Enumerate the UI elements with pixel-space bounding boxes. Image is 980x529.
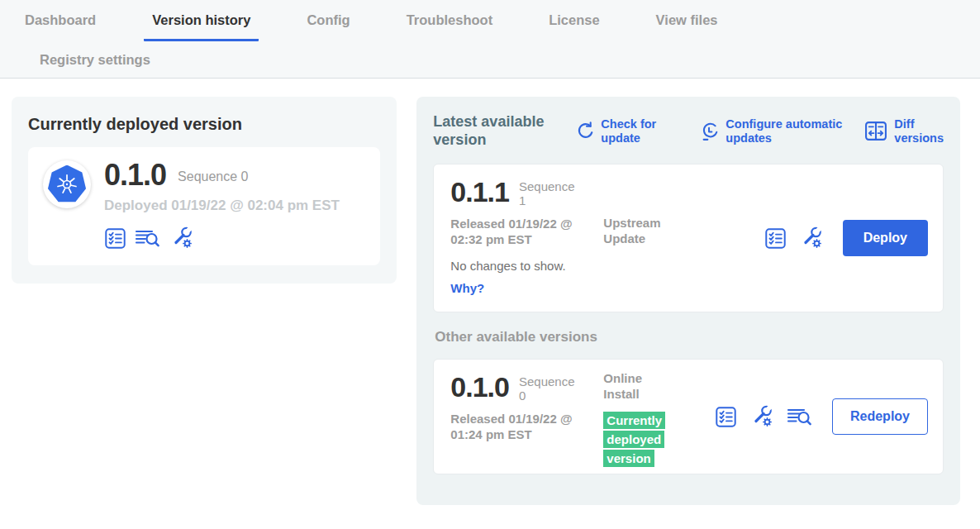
latest-sequence-label: Sequence 1 xyxy=(519,178,578,208)
deployed-version-number: 0.1.0 xyxy=(104,160,166,190)
configure-automatic-updates-label: Configure automatic updates xyxy=(725,117,864,145)
edit-config-icon[interactable] xyxy=(749,404,774,429)
scheduled-update-icon xyxy=(700,122,719,141)
deployed-actions xyxy=(104,226,340,250)
configure-automatic-updates-link[interactable]: Configure automatic updates xyxy=(700,117,864,145)
deploy-logs-icon[interactable] xyxy=(135,227,161,249)
why-link[interactable]: Why? xyxy=(450,281,616,295)
currently-deployed-badge-wrap: Currently deployed version xyxy=(603,411,669,469)
other-versions-title: Other available versions xyxy=(435,329,944,346)
other-version-info: 0.1.0 Sequence 0 Released 01/19/22 @ 01:… xyxy=(450,373,616,443)
edit-config-icon[interactable] xyxy=(799,226,824,250)
latest-version-card: 0.1.1 Sequence 1 Released 01/19/22 @ 02:… xyxy=(433,164,944,312)
currently-deployed-card: 0.1.0 Sequence 0 Deployed 01/19/22 @ 02:… xyxy=(28,147,380,265)
version-line: 0.1.0 Sequence 0 xyxy=(450,373,616,403)
top-navigation: Dashboard Version history Config Trouble… xyxy=(0,0,980,79)
tab-dashboard[interactable]: Dashboard xyxy=(17,12,104,41)
tab-view-files[interactable]: View files xyxy=(648,12,726,41)
deploy-logs-icon[interactable] xyxy=(787,406,813,427)
edit-config-icon[interactable] xyxy=(169,226,194,250)
deployed-sequence-label: Sequence 0 xyxy=(178,166,248,184)
redeploy-button[interactable]: Redeploy xyxy=(832,398,928,435)
tab-license[interactable]: License xyxy=(540,12,607,41)
no-changes-text: No changes to show. xyxy=(450,259,616,273)
diff-icon xyxy=(864,121,887,141)
tab-registry-settings[interactable]: Registry settings xyxy=(31,52,159,68)
upstream-update-label: Upstream Update xyxy=(603,216,673,247)
nav-row-2: Registry settings xyxy=(0,41,980,78)
preflight-checklist-icon[interactable] xyxy=(715,406,737,428)
preflight-checklist-icon[interactable] xyxy=(764,227,787,250)
deployed-version-info: 0.1.0 Sequence 0 Deployed 01/19/22 @ 02:… xyxy=(104,160,340,250)
latest-released-timestamp: Released 01/19/22 @ 02:32 pm EST xyxy=(450,216,595,248)
preflight-checklist-icon[interactable] xyxy=(104,227,126,250)
version-line: 0.1.1 Sequence 1 xyxy=(450,178,616,208)
other-sequence-label: Sequence 0 xyxy=(519,373,578,403)
currently-deployed-section: Currently deployed version xyxy=(12,97,397,284)
deployed-timestamp: Deployed 01/19/22 @ 02:04 pm EST xyxy=(104,198,340,214)
online-install-label: Online Install xyxy=(603,371,673,403)
diff-versions-link[interactable]: Diff versions xyxy=(864,117,944,145)
refresh-icon xyxy=(575,122,594,141)
latest-available-title: Latest available version xyxy=(433,113,550,149)
latest-available-section: Latest available version Check for updat… xyxy=(416,97,960,505)
kubernetes-icon xyxy=(48,165,87,204)
currently-deployed-title: Currently deployed version xyxy=(28,115,380,134)
check-for-update-label: Check for update xyxy=(601,117,667,145)
tab-config[interactable]: Config xyxy=(298,12,358,41)
version-line: 0.1.0 Sequence 0 xyxy=(104,160,340,190)
other-version-controls: Redeploy xyxy=(715,398,928,435)
diff-versions-label: Diff versions xyxy=(894,117,944,145)
tab-troubleshoot[interactable]: Troubleshoot xyxy=(398,12,502,41)
version-history-page: Dashboard Version history Config Trouble… xyxy=(0,0,980,529)
main-content: Currently deployed version xyxy=(0,79,980,505)
other-released-timestamp: Released 01/19/22 @ 01:24 pm EST xyxy=(450,411,595,443)
other-version-source: Online Install Currently deployed versio… xyxy=(603,371,686,468)
tab-version-history[interactable]: Version history xyxy=(144,12,259,41)
latest-version-number: 0.1.1 xyxy=(450,178,509,208)
latest-version-info: 0.1.1 Sequence 1 Released 01/19/22 @ 02:… xyxy=(450,178,616,295)
other-version-number: 0.1.0 xyxy=(450,373,509,403)
app-logo xyxy=(43,160,91,208)
nav-row-1: Dashboard Version history Config Trouble… xyxy=(0,12,980,41)
panel-header: Latest available version Check for updat… xyxy=(433,113,944,149)
latest-version-controls: Deploy xyxy=(764,220,928,256)
currently-deployed-badge: Currently deployed version xyxy=(603,412,665,467)
deploy-button[interactable]: Deploy xyxy=(843,220,928,256)
other-version-card: 0.1.0 Sequence 0 Released 01/19/22 @ 01:… xyxy=(433,359,944,474)
check-for-update-link[interactable]: Check for update xyxy=(575,117,667,145)
latest-version-source: Upstream Update xyxy=(603,216,686,247)
